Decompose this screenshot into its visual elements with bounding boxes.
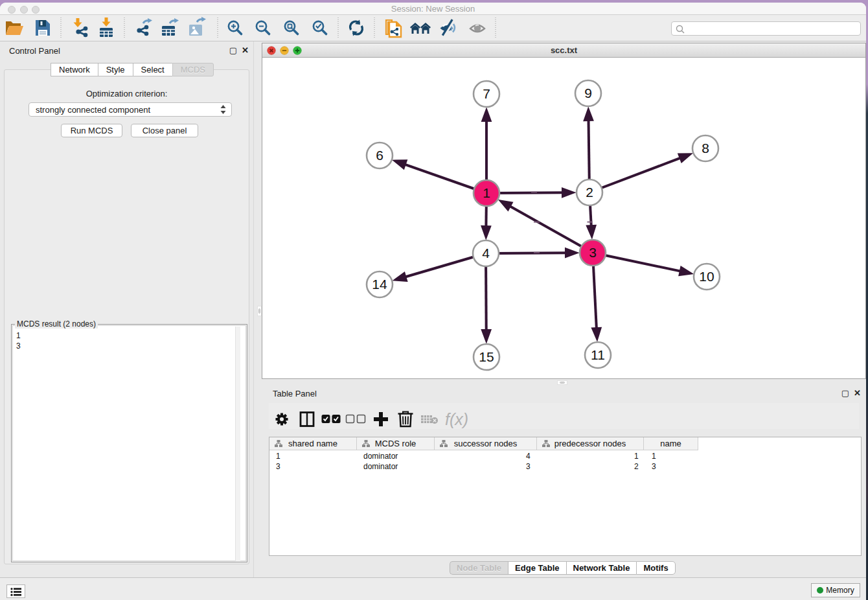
svg-text:14: 14 — [372, 277, 387, 292]
svg-text:3: 3 — [589, 245, 597, 260]
svg-text:11: 11 — [591, 347, 605, 362]
svg-text:9: 9 — [584, 86, 592, 100]
svg-text:10: 10 — [699, 269, 714, 284]
svg-text:1: 1 — [483, 185, 490, 200]
svg-text:7: 7 — [483, 86, 490, 101]
svg-text:6: 6 — [376, 148, 383, 163]
svg-text:f(x): f(x) — [445, 410, 468, 428]
svg-text:2: 2 — [586, 185, 593, 200]
svg-text:4: 4 — [482, 246, 490, 260]
svg-text:8: 8 — [702, 141, 709, 156]
svg-text:15: 15 — [479, 349, 494, 364]
